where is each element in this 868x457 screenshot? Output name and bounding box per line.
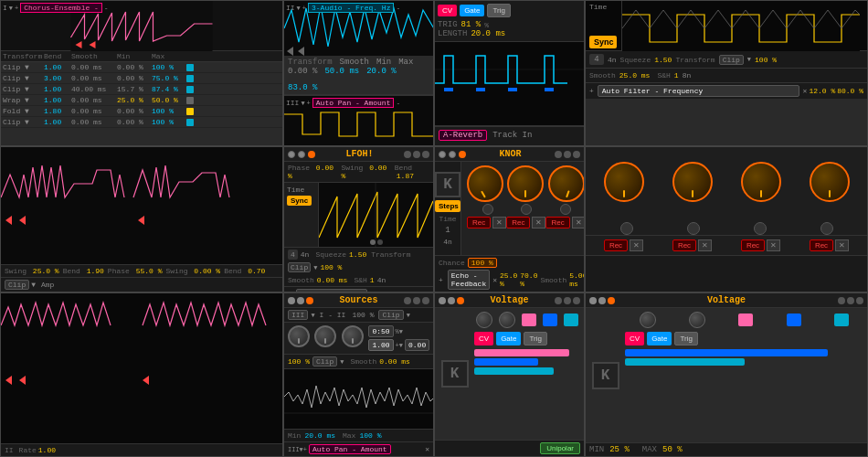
v1-cv-btn[interactable]: CV — [474, 332, 493, 345]
param-row-1-min[interactable]: 0.00 % — [117, 63, 152, 71]
x-btn-2[interactable]: ✕ — [532, 217, 545, 228]
knob-8[interactable] — [810, 162, 850, 202]
rate-val-bl[interactable]: 1.00 — [38, 446, 56, 454]
param-row-5-smooth[interactable]: 0.00 ms — [71, 107, 117, 115]
rec-btn-1[interactable]: Rec — [467, 217, 491, 228]
v1-knob-2[interactable] — [499, 312, 515, 328]
x-btn-6[interactable]: ✕ — [698, 239, 712, 251]
chance-val[interactable]: 100 % — [468, 258, 497, 268]
sources-val2[interactable]: 1.00 — [368, 339, 393, 351]
v1-gate-btn[interactable]: Gate — [496, 332, 521, 345]
lfoh-val4[interactable]: 4 — [288, 250, 298, 260]
rec-btn-6[interactable]: Rec — [672, 239, 696, 251]
rec-btn-5[interactable]: Rec — [604, 239, 628, 251]
param-row-3-smooth[interactable]: 40.00 ms — [71, 85, 117, 93]
sources-mode[interactable]: III — [288, 310, 308, 320]
sync-button[interactable]: Sync — [589, 36, 617, 48]
squeeze-val[interactable]: 1.50 — [654, 56, 672, 64]
lfoh-transform-val[interactable]: Clip — [288, 262, 311, 272]
param-row-1-type[interactable]: Clip ▼ — [3, 63, 44, 71]
lfoh-sh-val[interactable]: 1 — [370, 276, 375, 284]
lfoh-bend-val[interactable]: 1.87 — [397, 172, 414, 180]
bend-val-bottom[interactable]: 1.90 — [87, 267, 104, 275]
param-row-6-min[interactable]: 0.00 % — [117, 118, 152, 126]
autopan-btn-src[interactable]: Auto Pan - Amount — [309, 444, 391, 454]
sources-mode2[interactable]: I - II — [320, 311, 346, 319]
param-row-6-max[interactable]: 100 % — [152, 118, 186, 126]
param-row-2-smooth[interactable]: 0.00 ms — [71, 74, 117, 82]
param-row-5-bend[interactable]: 1.80 — [44, 107, 71, 115]
min-val-v2[interactable]: 25 % — [609, 445, 630, 454]
v2-trig-btn[interactable]: Trig — [674, 332, 697, 345]
param-row-3-min[interactable]: 15.7 % — [117, 85, 152, 93]
sources-pct-val[interactable]: 100 % — [288, 357, 310, 366]
beat-unit[interactable]: 4n — [608, 56, 617, 64]
sh-val-ts[interactable]: 1 — [674, 71, 679, 80]
lfoh-pct[interactable]: 100 % — [320, 263, 342, 271]
rec-btn-3[interactable]: Rec — [545, 217, 569, 228]
mode-indicator-bottom[interactable]: Clip — [5, 280, 29, 290]
v2-cv-btn[interactable]: CV — [625, 332, 644, 345]
echo-pct1[interactable]: 25.0 % — [500, 271, 517, 288]
min-val-src[interactable]: 20.0 ms — [304, 431, 335, 440]
param-row-1-max[interactable]: 100 % — [152, 63, 186, 71]
lfoh-unit2[interactable]: 4n — [377, 276, 386, 284]
knob-5[interactable] — [604, 162, 644, 202]
param-row-5-type[interactable]: Fold ▼ — [3, 107, 44, 115]
sources-val1[interactable]: 0:50 — [368, 325, 393, 337]
unipolar-btn[interactable]: Unipolar — [540, 442, 580, 454]
v2-gate-btn[interactable]: Gate — [647, 332, 672, 345]
rec-btn-7[interactable]: Rec — [741, 239, 765, 251]
max-val-src[interactable]: 100 % — [359, 431, 381, 440]
transform-val-ts[interactable]: Clip — [719, 55, 744, 65]
bend2-val-bottom[interactable]: 0.70 — [248, 267, 265, 275]
swing2-val-bottom[interactable]: 0.00 % — [194, 267, 220, 275]
max-val-v2[interactable]: 50 % — [662, 445, 683, 454]
param-row-1-smooth[interactable]: 0.00 ms — [71, 63, 117, 71]
min-val-audio[interactable]: 20.0 % — [366, 67, 396, 76]
reverb-select[interactable]: A-Reverb — [439, 130, 487, 141]
smooth-val-ts[interactable]: 25.0 ms — [619, 71, 651, 80]
echo-feedback[interactable]: Echo - Feedback — [448, 270, 490, 290]
x-btn-7[interactable]: ✕ — [767, 239, 780, 251]
x-btn-5[interactable]: ✕ — [630, 239, 643, 251]
x-btn-3[interactable]: ✕ — [572, 217, 585, 228]
param-row-3-max[interactable]: 87.4 % — [152, 85, 186, 93]
audio-dropdown[interactable]: 3-Audio - Freq. Hz — [308, 3, 394, 13]
knor-time-val[interactable]: 1 — [445, 226, 450, 235]
beat-value[interactable]: 4 — [589, 54, 604, 65]
param-row-4-min[interactable]: 25.0 % — [117, 96, 152, 104]
cv-button[interactable]: CV — [438, 5, 457, 16]
trig-button[interactable]: Trig — [487, 4, 510, 17]
chorus-dropdown[interactable]: Chorus-Ensemble - — [20, 3, 102, 13]
param-row-5-max[interactable]: 100 % — [152, 107, 186, 115]
sources-smooth-ms[interactable]: 0.00 ms — [379, 357, 410, 366]
track-in-label[interactable]: Track In — [492, 131, 532, 140]
sources-clip[interactable]: Clip — [378, 310, 403, 320]
phase-val-bottom[interactable]: 55.0 % — [136, 267, 163, 275]
smooth-val-audio[interactable]: 50.0 ms — [324, 67, 359, 76]
param-row-6-type[interactable]: Clip ▼ — [3, 118, 44, 126]
param-row-2-max[interactable]: 75.0 % — [152, 74, 186, 82]
x-btn-1[interactable]: ✕ — [492, 217, 506, 228]
knor-steps-btn[interactable]: Steps — [435, 200, 460, 212]
rec-btn-8[interactable]: Rec — [810, 239, 833, 251]
lfoh-sync-btn[interactable]: Sync — [287, 196, 312, 206]
param-row-4-max[interactable]: 50.0 % — [152, 96, 186, 104]
param-row-5-min[interactable]: 0.00 % — [117, 107, 152, 115]
param-row-1-bend[interactable]: 1.00 — [44, 63, 71, 71]
length-val[interactable]: 20.0 ms — [471, 29, 505, 38]
param-row-2-type[interactable]: Clip ▼ — [3, 74, 44, 82]
rec-btn-2[interactable]: Rec — [506, 217, 530, 228]
trig-pct[interactable]: 81 % — [461, 20, 482, 29]
knob-3[interactable] — [548, 165, 585, 202]
lfoh-unit[interactable]: 4n — [301, 250, 310, 259]
knob-7[interactable] — [741, 162, 781, 202]
v1-knob-1[interactable] — [476, 312, 492, 328]
max-val-audio[interactable]: 83.0 % — [288, 83, 317, 92]
sources-pct[interactable]: 100 % — [352, 311, 374, 319]
src-knob-1[interactable] — [288, 325, 310, 351]
autopan-dropdown[interactable]: Auto Pan - Amount — [312, 98, 395, 108]
param-row-4-type[interactable]: Wrap ▼ — [3, 96, 44, 104]
echo-pct2[interactable]: 70.0 % — [520, 271, 537, 288]
